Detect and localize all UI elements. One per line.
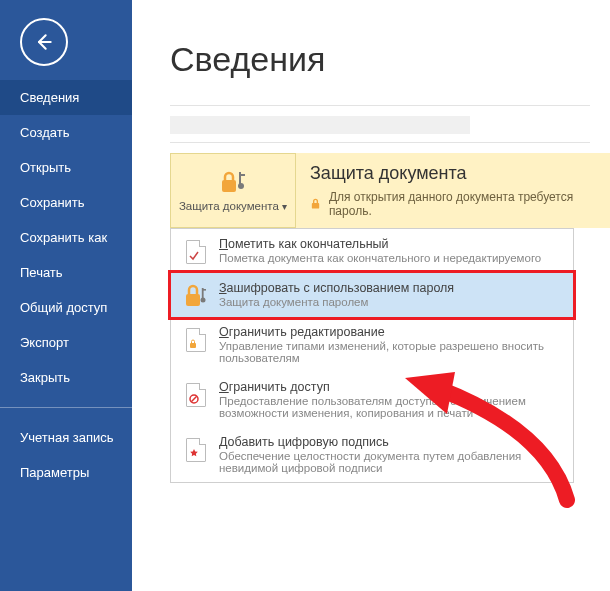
small-lock-icon xyxy=(310,197,323,211)
sidebar-item-label: Сохранить как xyxy=(20,230,107,245)
sidebar-item-open[interactable]: Открыть xyxy=(0,150,132,185)
sidebar-item-label: Создать xyxy=(20,125,69,140)
divider xyxy=(170,142,590,143)
svg-rect-6 xyxy=(186,294,200,306)
protect-document-row: Защита документа ▾ Защита документа Для … xyxy=(170,153,610,228)
restrict-edit-icon xyxy=(183,327,209,353)
dropdown-item-text: Ограничить редактирование Управление тип… xyxy=(219,325,561,364)
sidebar-item-saveas[interactable]: Сохранить как xyxy=(0,220,132,255)
lock-key-icon xyxy=(216,168,250,196)
sidebar-item-label: Печать xyxy=(20,265,63,280)
dropdown-item-title: Добавить цифровую подпись xyxy=(219,435,561,449)
sidebar: Сведения Создать Открыть Сохранить Сохра… xyxy=(0,0,132,591)
dropdown-item-mark-final[interactable]: Пометить как окончательный Пометка докум… xyxy=(171,229,573,273)
sidebar-item-print[interactable]: Печать xyxy=(0,255,132,290)
app-root: Сведения Создать Открыть Сохранить Сохра… xyxy=(0,0,610,591)
encrypt-icon xyxy=(183,283,209,309)
mark-final-icon xyxy=(183,239,209,265)
page-title: Сведения xyxy=(170,40,610,79)
protect-desc: Для открытия данного документа требуется… xyxy=(329,190,596,218)
sidebar-item-label: Параметры xyxy=(20,465,89,480)
svg-rect-3 xyxy=(239,172,241,186)
svg-rect-1 xyxy=(222,180,236,192)
dropdown-item-desc: Управление типами изменений, которые раз… xyxy=(219,340,561,364)
dropdown-item-desc: Защита документа паролем xyxy=(219,296,561,308)
dropdown-item-title: Ограничить доступ xyxy=(219,380,561,394)
dropdown-item-title: Ограничить редактирование xyxy=(219,325,561,339)
signature-icon xyxy=(183,437,209,463)
protect-document-button[interactable]: Защита документа ▾ xyxy=(170,153,296,228)
dropdown-item-text: Ограничить доступ Предоставление пользов… xyxy=(219,380,561,419)
protect-heading: Защита документа xyxy=(310,163,596,184)
dropdown-item-desc: Обеспечение целостности документа путем … xyxy=(219,450,561,474)
arrow-left-icon xyxy=(34,32,54,52)
protect-button-label: Защита документа ▾ xyxy=(179,200,287,214)
dropdown-item-desc: Пометка документа как окончательного и н… xyxy=(219,252,561,264)
sidebar-item-info[interactable]: Сведения xyxy=(0,80,132,115)
chevron-down-icon: ▾ xyxy=(282,201,287,212)
main-area: Сведения Защита документа ▾ Защита докум… xyxy=(132,0,610,591)
sidebar-item-save[interactable]: Сохранить xyxy=(0,185,132,220)
dropdown-item-title: Зашифровать с использованием пароля xyxy=(219,281,561,295)
sidebar-item-label: Общий доступ xyxy=(20,300,107,315)
sidebar-item-label: Сведения xyxy=(20,90,79,105)
sidebar-item-share[interactable]: Общий доступ xyxy=(0,290,132,325)
dropdown-item-restrict-editing[interactable]: Ограничить редактирование Управление тип… xyxy=(171,317,573,372)
sidebar-item-label: Сохранить xyxy=(20,195,85,210)
sidebar-item-account[interactable]: Учетная запись xyxy=(0,420,132,455)
sidebar-item-close[interactable]: Закрыть xyxy=(0,360,132,395)
dropdown-item-digital-signature[interactable]: Добавить цифровую подпись Обеспечение це… xyxy=(171,427,573,482)
dropdown-item-desc: Предоставление пользователям доступа с о… xyxy=(219,395,561,419)
svg-rect-10 xyxy=(190,343,196,348)
dropdown-item-restrict-access[interactable]: Ограничить доступ Предоставление пользов… xyxy=(171,372,573,427)
svg-rect-4 xyxy=(241,174,245,176)
protect-desc-row: Для открытия данного документа требуется… xyxy=(310,190,596,218)
sidebar-item-export[interactable]: Экспорт xyxy=(0,325,132,360)
svg-rect-9 xyxy=(203,289,206,291)
document-name-placeholder xyxy=(170,116,470,134)
dropdown-item-title: Пометить как окончательный xyxy=(219,237,561,251)
protect-info: Защита документа Для открытия данного до… xyxy=(296,153,610,228)
back-button[interactable] xyxy=(20,18,68,66)
restrict-access-icon xyxy=(183,382,209,408)
dropdown-item-text: Зашифровать с использованием пароля Защи… xyxy=(219,281,561,308)
sidebar-item-new[interactable]: Создать xyxy=(0,115,132,150)
protect-dropdown: Пометить как окончательный Пометка докум… xyxy=(170,228,574,483)
sidebar-item-label: Учетная запись xyxy=(20,430,114,445)
sidebar-item-label: Экспорт xyxy=(20,335,69,350)
sidebar-item-options[interactable]: Параметры xyxy=(0,455,132,490)
dropdown-item-text: Добавить цифровую подпись Обеспечение це… xyxy=(219,435,561,474)
sidebar-item-label: Закрыть xyxy=(20,370,70,385)
sidebar-item-label: Открыть xyxy=(20,160,71,175)
svg-rect-5 xyxy=(312,203,319,209)
svg-line-12 xyxy=(191,396,196,401)
dropdown-item-encrypt-password[interactable]: Зашифровать с использованием пароля Защи… xyxy=(168,270,576,320)
sidebar-divider xyxy=(0,407,132,408)
divider xyxy=(170,105,590,106)
dropdown-item-text: Пометить как окончательный Пометка докум… xyxy=(219,237,561,264)
